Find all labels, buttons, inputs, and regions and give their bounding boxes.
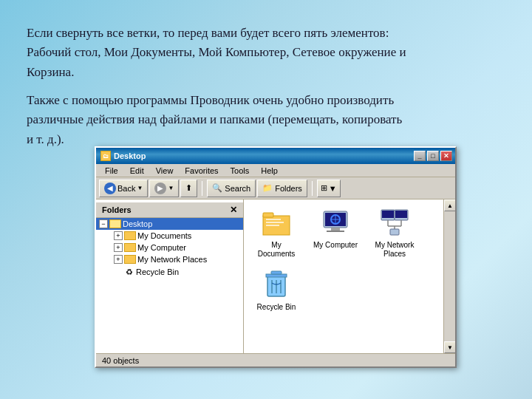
status-text: 40 objects xyxy=(102,356,139,365)
folders-label: Folders xyxy=(275,184,302,193)
file-label-my-computer: My Computer xyxy=(313,241,358,250)
file-item-my-network[interactable]: My Network Places xyxy=(368,205,421,262)
svg-rect-4 xyxy=(266,225,279,226)
back-label: Back xyxy=(117,184,135,193)
folders-panel-title: Folders xyxy=(102,205,132,214)
search-icon: 🔍 xyxy=(212,183,222,193)
views-icon: ⊞ xyxy=(321,183,327,193)
file-item-my-documents[interactable]: My Documents xyxy=(250,205,303,262)
main-content: Если свернуть все ветки, то перед вами б… xyxy=(0,0,532,173)
tree-item-recycle-bin[interactable]: ♻ Recycle Bin xyxy=(111,265,243,279)
svg-rect-23 xyxy=(271,271,282,274)
scroll-track xyxy=(444,211,455,341)
tree-recycle-icon: ♻ xyxy=(124,267,134,277)
svg-rect-15 xyxy=(395,211,407,218)
forward-icon: ▶ xyxy=(154,183,166,194)
toolbar: ◀ Back ▼ ▶ ▼ ⬆ 🔍 Search 📁 Folders ⊞ ▼ xyxy=(96,177,455,200)
tree-item-my-network[interactable]: + My Network Places xyxy=(111,253,243,265)
tree-label-my-computer: My Computer xyxy=(137,243,186,252)
file-item-my-computer[interactable]: My Computer xyxy=(309,205,362,262)
svg-rect-7 xyxy=(331,228,340,231)
svg-rect-20 xyxy=(390,229,399,235)
tree-folder-icon-my-computer xyxy=(124,243,136,252)
file-icon-my-computer xyxy=(321,208,350,238)
tree-folder-icon-my-network xyxy=(124,255,136,264)
tree-item-my-documents[interactable]: + My Documents xyxy=(111,230,243,242)
tree-expand-my-computer[interactable]: + xyxy=(114,243,123,252)
file-label-recycle-bin: Recycle Bin xyxy=(257,303,296,312)
file-label-my-documents: My Documents xyxy=(253,241,300,259)
tree-expand-my-documents[interactable]: + xyxy=(114,231,123,240)
folders-panel: Folders ✕ − Desktop + My Documents + My … xyxy=(96,200,244,353)
folders-button[interactable]: 📁 Folders xyxy=(257,180,307,197)
file-icon-recycle-bin xyxy=(262,270,291,300)
back-icon: ◀ xyxy=(104,183,116,194)
file-icon-my-network xyxy=(380,208,409,238)
tree-item-desktop[interactable]: − Desktop xyxy=(96,218,243,230)
explorer-window: 🗂 Desktop _ □ ✕ File Edit View Favorites… xyxy=(95,146,457,368)
forward-arrow-icon: ▼ xyxy=(168,185,174,191)
tree-item-my-computer[interactable]: + My Computer xyxy=(111,242,243,253)
file-icon-my-documents xyxy=(262,208,291,238)
svg-rect-22 xyxy=(266,274,287,277)
tree-folder-icon-my-documents xyxy=(124,231,136,240)
forward-button[interactable]: ▶ ▼ xyxy=(149,180,179,197)
search-button[interactable]: 🔍 Search xyxy=(207,180,256,197)
back-button[interactable]: ◀ Back ▼ xyxy=(99,180,148,197)
scrollbar: ▲ ▼ xyxy=(443,200,455,353)
folders-panel-close[interactable]: ✕ xyxy=(230,205,237,215)
scroll-down-button[interactable]: ▼ xyxy=(444,341,455,353)
paragraph-2: Также с помощью программы Проводник очен… xyxy=(27,91,411,149)
paragraph-1: Если свернуть все ветки, то перед вами б… xyxy=(27,24,411,82)
main-area: Folders ✕ − Desktop + My Documents + My … xyxy=(96,200,455,353)
tree-label-desktop: Desktop xyxy=(123,219,152,228)
tree-label-recycle: Recycle Bin xyxy=(136,267,179,276)
svg-rect-13 xyxy=(382,211,394,218)
back-arrow-icon: ▼ xyxy=(137,185,143,191)
files-panel: My Documents My Computer xyxy=(244,200,443,353)
svg-rect-8 xyxy=(327,231,344,232)
folders-panel-header: Folders ✕ xyxy=(96,202,243,218)
file-item-recycle-bin[interactable]: Recycle Bin xyxy=(250,267,303,315)
up-icon: ⬆ xyxy=(185,183,192,193)
toolbar-separator-2 xyxy=(312,181,313,196)
folders-icon: 📁 xyxy=(262,183,273,193)
views-arrow-icon: ▼ xyxy=(329,184,337,193)
svg-rect-3 xyxy=(266,222,284,223)
search-label: Search xyxy=(225,184,250,193)
tree-expand-desktop[interactable]: − xyxy=(99,219,108,228)
tree-folder-icon-desktop xyxy=(109,219,121,228)
up-button[interactable]: ⬆ xyxy=(180,180,197,197)
status-bar: 40 objects xyxy=(96,353,455,366)
svg-rect-2 xyxy=(266,219,281,220)
scroll-up-button[interactable]: ▲ xyxy=(444,200,455,211)
tree-label-my-documents: My Documents xyxy=(137,231,191,240)
file-label-my-network: My Network Places xyxy=(371,241,418,259)
svg-rect-1 xyxy=(263,213,273,217)
tree-expand-my-network[interactable]: + xyxy=(114,255,123,264)
tree-label-my-network: My Network Places xyxy=(137,255,207,264)
views-button[interactable]: ⊞ ▼ xyxy=(317,180,341,197)
toolbar-separator-1 xyxy=(202,181,202,196)
